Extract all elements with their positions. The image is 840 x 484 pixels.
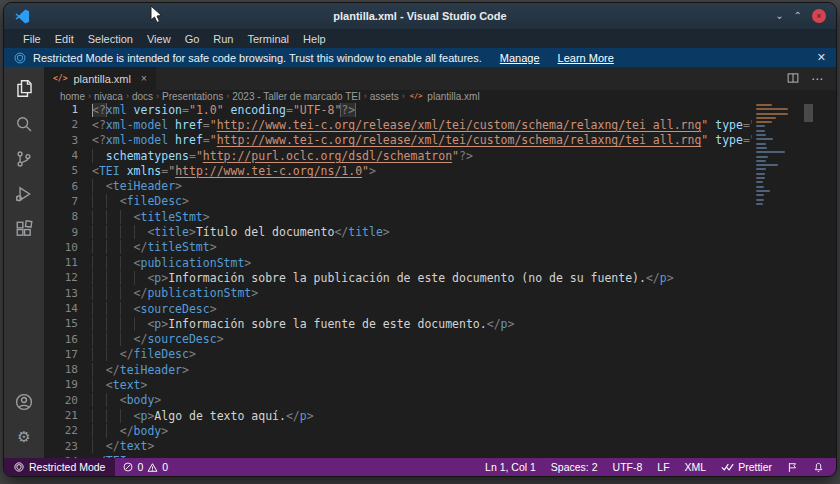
source-control-icon[interactable] [4,141,44,176]
code-line[interactable]: 21 <p>Algo de texto aquí.</p> [44,408,836,423]
status-item-ln-1-col-1[interactable]: Ln 1, Col 1 [485,461,536,473]
line-number: 24 [44,455,92,458]
close-window-button[interactable]: × [812,9,826,23]
minimize-button[interactable]: ⌄ [775,11,783,21]
minimap-line [756,130,765,132]
settings-gear-icon[interactable]: ⚙ [4,419,44,454]
code-line[interactable]: 11 <publicationStmt> [44,255,836,270]
status-item-lf[interactable]: LF [657,461,669,473]
title-bar: plantilla.xml - Visual Studio Code ⌄ ⌃ × [4,3,836,29]
banner-link-manage[interactable]: Manage [500,52,540,64]
menu-item-selection[interactable]: Selection [81,33,140,45]
code-line[interactable]: 3<?xml-model href="http://www.tei-c.org/… [44,133,836,148]
line-content: </body> [92,424,752,438]
code-line[interactable]: 14 <sourceDesc> [44,301,836,316]
menu-item-file[interactable]: File [16,33,48,45]
breadcrumb-item[interactable]: plantilla.xml [427,91,479,102]
search-icon[interactable] [4,106,44,141]
menu-item-help[interactable]: Help [296,33,333,45]
code-line[interactable]: 19 <text> [44,377,836,392]
line-content: </titleStmt> [92,240,752,254]
code-editor[interactable]: 1<?xml version="1.0" encoding="UTF-8"?>2… [44,102,836,458]
code-line[interactable]: 12 <p>Información sobre la publicación d… [44,270,836,285]
minimap[interactable] [756,104,802,207]
line-content: <p>Información sobre la fuente de este d… [92,317,752,331]
menu-item-go[interactable]: Go [178,33,207,45]
minimap-line [756,143,766,145]
line-number: 11 [44,256,92,269]
code-line[interactable]: 13 </publicationStmt> [44,286,836,301]
code-line[interactable]: 17 </fileDesc> [44,347,836,362]
minimap-line [756,125,765,127]
vscode-logo-icon [15,9,30,28]
minimap-line [756,156,768,158]
code-line[interactable]: 6 <teiHeader> [44,178,836,193]
line-content: schematypens="http://purl.oclc.org/dsdl/… [92,149,752,163]
code-line[interactable]: 7 <fileDesc> [44,194,836,209]
explorer-icon[interactable] [4,71,44,106]
minimap-line [756,190,770,192]
double-check-icon [721,462,734,472]
breadcrumb-item[interactable]: home [60,91,85,102]
bell-icon[interactable] [813,462,824,473]
code-line[interactable]: 2<?xml-model href="http://www.tei-c.org/… [44,117,836,132]
code-line[interactable]: 9 <title>Título del documento</title> [44,224,836,239]
code-line[interactable]: 10 </titleStmt> [44,240,836,255]
status-item-xml[interactable]: XML [685,461,707,473]
minimap-line [756,164,778,166]
code-line[interactable]: 15 <p>Información sobre la fuente de est… [44,316,836,331]
breadcrumb-item[interactable]: Presentations [162,91,223,102]
status-bar: Restricted Mode 0 0 Ln 1, Col 1Spaces: 2… [4,458,836,476]
breadcrumb-item[interactable]: 2023 - Taller de marcado TEI [232,91,361,102]
line-content: </teiHeader> [92,363,752,377]
code-line[interactable]: 23 </text> [44,439,836,454]
maximize-button[interactable]: ⌃ [794,11,802,21]
split-editor-icon[interactable] [787,70,799,88]
window-title: plantilla.xml - Visual Studio Code [4,10,836,22]
extensions-icon[interactable] [4,211,44,246]
code-line[interactable]: 22 </body> [44,423,836,438]
minimap-line [756,194,764,196]
more-actions-icon[interactable]: ⋯ [811,72,824,86]
menu-item-run[interactable]: Run [206,33,240,45]
tab-close-icon[interactable]: × [141,73,147,84]
breadcrumb-item[interactable]: nivaca [94,91,123,102]
account-icon[interactable] [4,384,44,419]
banner-close-icon[interactable]: ✕ [817,51,826,64]
editor-scrollbar[interactable] [804,104,813,122]
code-line[interactable]: 18 </teiHeader> [44,362,836,377]
breadcrumb-item[interactable]: docs [132,91,153,102]
flag-icon[interactable] [787,462,798,473]
line-number: 8 [44,210,92,223]
tab-plantilla.xml[interactable]: </>plantilla.xml× [44,67,157,90]
tab-bar: </>plantilla.xml× ⋯ [44,67,836,90]
line-number: 16 [44,333,92,346]
restricted-mode-banner: Restricted Mode is intended for safe cod… [4,48,836,67]
code-line[interactable]: 5<TEI xmlns="http://www.tei-c.org/ns/1.0… [44,163,836,178]
minimap-line [756,199,764,201]
code-line[interactable]: 4 schematypens="http://purl.oclc.org/dsd… [44,148,836,163]
minimap-line [756,151,785,153]
status-item-utf-8[interactable]: UTF-8 [613,461,643,473]
code-line[interactable]: 8 <titleStmt> [44,209,836,224]
menu-item-terminal[interactable]: Terminal [241,33,297,45]
line-number: 17 [44,348,92,361]
code-line[interactable]: 1<?xml version="1.0" encoding="UTF-8"?> [44,102,836,117]
shield-icon [14,462,24,472]
breadcrumb-item[interactable]: assets [370,91,399,102]
line-number: 20 [44,394,92,407]
menu-item-view[interactable]: View [140,33,178,45]
line-content: <titleStmt> [92,210,752,224]
banner-link-learn-more[interactable]: Learn More [558,52,614,64]
code-line[interactable]: 24</TEI> [44,454,836,458]
line-number: 7 [44,195,92,208]
restricted-mode-status[interactable]: Restricted Mode [4,458,115,476]
problems-status[interactable]: 0 0 [115,461,176,473]
minimap-line [756,147,767,149]
run-debug-icon[interactable] [4,176,44,211]
status-item-spaces-2[interactable]: Spaces: 2 [551,461,598,473]
status-item-prettier[interactable]: Prettier [721,461,772,473]
code-line[interactable]: 20 <body> [44,393,836,408]
code-line[interactable]: 16 </sourceDesc> [44,331,836,346]
menu-item-edit[interactable]: Edit [48,33,81,45]
